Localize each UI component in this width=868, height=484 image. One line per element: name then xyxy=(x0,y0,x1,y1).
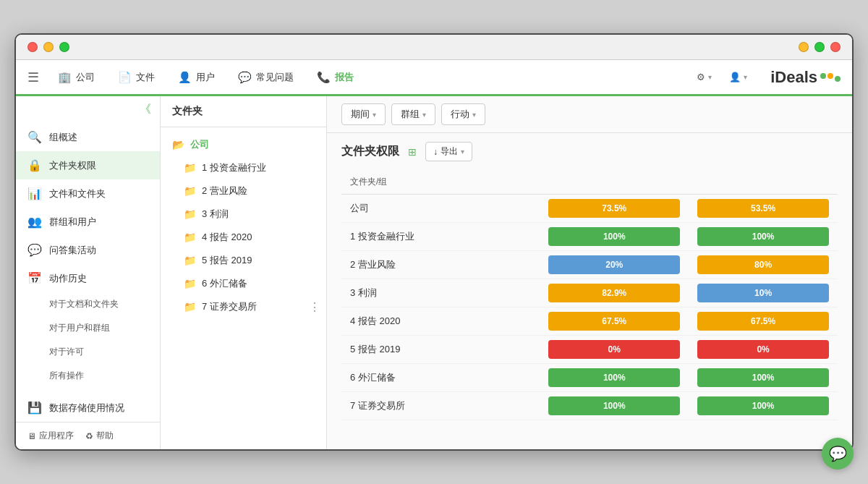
folder-icon-f2: 📁 xyxy=(184,185,196,197)
group2-cell: 100% xyxy=(689,223,838,251)
sidebar-sub-all-actions[interactable]: 所有操作 xyxy=(16,364,160,388)
help-icon: ♻ xyxy=(85,431,93,441)
sidebar-sub-docs-files[interactable]: 对于文档和文件夹 xyxy=(16,292,160,316)
table-row: 7 证券交易所100%100% xyxy=(341,392,838,420)
folder-icon-f3: 📁 xyxy=(184,208,196,220)
search-icon: 🔍 xyxy=(27,130,42,144)
close-control-right[interactable] xyxy=(830,42,841,52)
user-chevron: ▾ xyxy=(744,73,747,81)
calendar-icon: 📅 xyxy=(27,271,42,285)
folder-open-icon: 📂 xyxy=(172,139,184,150)
files-icon: 📄 xyxy=(118,71,132,84)
period-chevron: ▾ xyxy=(373,111,376,119)
folder-cell: 3 利润 xyxy=(341,279,540,307)
tree-item-f4[interactable]: 📁 4 报告 2020 xyxy=(161,226,326,249)
folder-cell: 5 报告 2019 xyxy=(341,336,540,364)
group1-cell: 20% xyxy=(540,251,689,279)
table-row: 2 营业风险20%80% xyxy=(341,251,838,279)
sidebar-item-files-folders[interactable]: 📊 文件和文件夹 xyxy=(16,179,160,208)
report-icon: 📞 xyxy=(317,71,331,84)
sidebar-item-groups-users[interactable]: 👥 群组和用户 xyxy=(16,208,160,236)
sidebar-item-folder-perms[interactable]: 🔒 文件夹权限 xyxy=(16,151,160,179)
company-icon: 🏢 xyxy=(58,71,72,84)
group1-cell: 100% xyxy=(540,364,689,392)
brand-dot-2 xyxy=(827,73,833,79)
tree-item-f7[interactable]: 📁 7 证券交易所 ⋮ xyxy=(161,295,326,318)
chat-bubble-icon: 💬 xyxy=(829,445,847,462)
page-title: 文件夹权限 xyxy=(341,144,399,159)
sidebar-sub-permissions[interactable]: 对于许可 xyxy=(16,340,160,364)
sidebar-item-org-overview[interactable]: 🔍 组概述 xyxy=(16,123,160,151)
folder-cell: 1 投资金融行业 xyxy=(341,223,540,251)
action-chevron: ▾ xyxy=(472,111,476,119)
sidebar-collapse-button[interactable]: 《 xyxy=(16,96,160,123)
sidebar-footer-help[interactable]: ♻ 帮助 xyxy=(85,430,114,442)
nav-item-files[interactable]: 📄 文件 xyxy=(108,59,165,95)
nav-item-report[interactable]: 📞 报告 xyxy=(307,60,364,96)
more-options-icon[interactable]: ⋮ xyxy=(309,300,320,314)
lock-icon: 🔒 xyxy=(27,158,42,172)
sidebar-item-data-storage[interactable]: 💾 数据存储使用情况 xyxy=(16,394,160,422)
tree-item-f3[interactable]: 📁 3 利润 xyxy=(161,203,326,226)
nav-item-users[interactable]: 👤 用户 xyxy=(168,59,225,95)
hamburger-button[interactable]: ☰ xyxy=(27,69,39,85)
folder-cell: 公司 xyxy=(341,195,540,223)
group2-cell: 10% xyxy=(689,279,838,307)
sidebar-footer-app[interactable]: 🖥 应用程序 xyxy=(27,430,74,442)
table-row: 1 投资金融行业100%100% xyxy=(341,223,838,251)
group1-cell: 100% xyxy=(540,392,689,420)
tree-item-f2[interactable]: 📁 2 营业风险 xyxy=(161,179,326,203)
qa-icon: 💬 xyxy=(27,243,42,257)
col-header-group2 xyxy=(689,170,838,195)
group2-cell: 0% xyxy=(689,336,838,364)
minimize-control[interactable] xyxy=(43,42,54,52)
maximize-control[interactable] xyxy=(59,42,69,52)
user-button[interactable]: 👤 ▾ xyxy=(723,69,753,85)
nav-item-faq[interactable]: 💬 常见问题 xyxy=(228,59,304,95)
export-chevron: ▾ xyxy=(461,148,464,156)
table-row: 3 利润82.9%10% xyxy=(341,279,838,307)
group1-cell: 100% xyxy=(540,223,689,251)
group-button[interactable]: 群组 ▾ xyxy=(391,103,435,125)
folder-icon-f1: 📁 xyxy=(184,162,196,174)
group-chevron: ▾ xyxy=(422,111,426,119)
sidebar-sub-users-groups[interactable]: 对于用户和群组 xyxy=(16,316,160,340)
period-button[interactable]: 期间 ▾ xyxy=(341,103,386,125)
tree-item-f1[interactable]: 📁 1 投资金融行业 xyxy=(161,156,326,179)
group2-cell: 100% xyxy=(689,392,838,420)
group2-cell: 100% xyxy=(689,364,838,392)
nav-item-company[interactable]: 🏢 公司 xyxy=(48,59,105,95)
app-icon: 🖥 xyxy=(27,431,36,441)
tree-item-root[interactable]: 📂 公司 xyxy=(161,133,326,156)
group1-cell: 67.5% xyxy=(540,307,689,336)
chart-icon: 📊 xyxy=(27,187,42,200)
settings-button[interactable]: ⚙ ▾ xyxy=(691,69,718,85)
table-row: 5 报告 20190%0% xyxy=(341,336,838,364)
action-button[interactable]: 行动 ▾ xyxy=(441,103,485,125)
group2-cell: 53.5% xyxy=(689,195,838,223)
brand-dot-3 xyxy=(835,76,841,82)
group1-cell: 0% xyxy=(540,336,689,364)
folder-cell: 4 报告 2020 xyxy=(341,307,540,336)
tree-item-f5[interactable]: 📁 5 报告 2019 xyxy=(161,249,326,272)
group1-cell: 82.9% xyxy=(540,279,689,307)
sidebar-item-qa[interactable]: 💬 问答集活动 xyxy=(16,236,160,264)
minimize-control-right[interactable] xyxy=(799,42,809,52)
grid-view-icon[interactable]: ⊞ xyxy=(408,146,417,158)
tree-item-f6[interactable]: 📁 6 外汇储备 xyxy=(161,272,326,295)
file-tree-header: 文件夹 xyxy=(161,96,326,127)
maximize-control-right[interactable] xyxy=(814,42,825,52)
export-button[interactable]: ↓ 导出 ▾ xyxy=(425,142,472,161)
export-icon: ↓ xyxy=(433,147,438,157)
table-row: 6 外汇储备100%100% xyxy=(341,364,838,392)
chat-bubble-button[interactable]: 💬 xyxy=(822,438,854,470)
users-icon: 👤 xyxy=(178,71,192,84)
folder-icon-f5: 📁 xyxy=(184,255,196,266)
groups-icon: 👥 xyxy=(27,215,42,229)
folder-icon-f4: 📁 xyxy=(184,232,196,243)
user-icon: 👤 xyxy=(729,72,741,82)
sidebar-item-activity-history[interactable]: 📅 动作历史 xyxy=(16,264,160,292)
close-control[interactable] xyxy=(27,42,38,52)
brand-logo: iDeals xyxy=(770,68,841,87)
settings-chevron: ▾ xyxy=(708,73,712,81)
